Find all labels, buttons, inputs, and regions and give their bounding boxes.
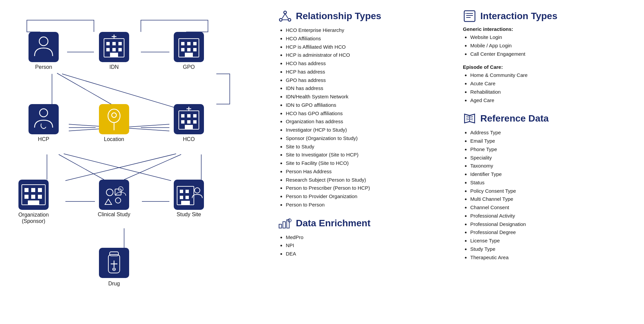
list-item: Person Has Address <box>286 168 449 176</box>
relationship-types-list: HCO Enterprise Hierarchy HCO Affiliation… <box>278 26 449 209</box>
list-item: Rehabilitation <box>470 88 634 96</box>
svg-rect-18 <box>29 32 59 62</box>
list-item: IDN to GPO affiliations <box>286 101 449 109</box>
svg-rect-35 <box>193 42 197 45</box>
list-item: HCO has address <box>286 59 449 68</box>
svg-line-8 <box>62 74 174 107</box>
relationship-types-title: Relationship Types <box>278 9 449 23</box>
svg-rect-38 <box>193 48 197 51</box>
data-enrichment-heading: Data Enrichment <box>296 218 371 229</box>
svg-rect-25 <box>112 42 116 45</box>
list-item: Speciality <box>470 154 634 162</box>
list-item: HCP is Affiliated With HCO <box>286 43 449 51</box>
reference-data-list: Address Type Email Type Phone Type Speci… <box>463 129 634 262</box>
content-section: Relationship Types HCO Enterprise Hierar… <box>262 0 644 324</box>
list-item: Professional Designation <box>470 220 634 229</box>
reference-data-heading: Reference Data <box>480 113 549 124</box>
svg-rect-55 <box>185 125 193 129</box>
svg-rect-59 <box>31 188 35 192</box>
list-item: HCP has address <box>286 68 449 76</box>
svg-rect-58 <box>24 188 29 192</box>
reference-data-section: Reference Data Address Type Email Type P… <box>463 112 634 262</box>
data-enrichment-title: Data Enrichment <box>278 217 449 230</box>
svg-rect-30 <box>110 53 118 57</box>
list-item: Sponsor (Organization to Study) <box>286 134 449 143</box>
list-item: Organization has address <box>286 118 449 126</box>
list-item: Aged Care <box>470 96 634 105</box>
svg-rect-28 <box>112 48 116 51</box>
svg-line-109 <box>470 118 473 118</box>
svg-rect-31 <box>174 32 204 62</box>
svg-rect-51 <box>193 114 197 118</box>
svg-rect-26 <box>118 42 122 45</box>
svg-rect-34 <box>187 42 191 45</box>
svg-point-87 <box>288 18 291 21</box>
hco-label: HCO <box>183 136 195 142</box>
list-item: Site to Study <box>286 143 449 151</box>
list-item: Person to Provider Organization <box>286 192 449 201</box>
svg-line-11 <box>64 154 171 181</box>
drug-label: Drug <box>108 281 120 286</box>
svg-rect-52 <box>181 120 184 124</box>
list-item: HCP is administrator of HCO <box>286 51 449 59</box>
reference-data-icon <box>463 112 476 125</box>
list-item: Call Center Engagement <box>470 50 634 58</box>
svg-rect-27 <box>106 48 110 51</box>
svg-rect-60 <box>38 188 42 192</box>
svg-rect-33 <box>181 42 184 45</box>
svg-rect-65 <box>99 180 129 210</box>
svg-rect-91 <box>279 224 282 228</box>
interaction-types-icon <box>463 9 476 23</box>
svg-rect-75 <box>185 196 189 199</box>
list-item: Website Login <box>470 33 634 42</box>
svg-rect-72 <box>180 190 183 193</box>
list-item: NPI <box>286 241 449 250</box>
list-item: Home & Community Care <box>470 71 634 80</box>
svg-rect-62 <box>31 195 35 199</box>
svg-rect-50 <box>187 114 191 118</box>
interaction-types-title: Interaction Types <box>463 9 634 23</box>
data-enrichment-section: Data Enrichment MedPro NPI DEA <box>278 217 449 258</box>
hcp-label: HCP <box>38 136 49 142</box>
list-item: IDN/Health System Network <box>286 93 449 101</box>
data-enrichment-list: MedPro NPI DEA <box>278 233 449 258</box>
svg-rect-63 <box>38 195 42 199</box>
svg-line-89 <box>285 14 288 18</box>
list-item: Therapeutic Area <box>470 253 634 262</box>
reference-data-title: Reference Data <box>463 112 634 125</box>
list-item: Address Type <box>470 129 634 137</box>
org-label: Organization <box>18 212 49 218</box>
svg-point-86 <box>279 18 282 21</box>
list-item: Research Subject (Person to Study) <box>286 176 449 184</box>
svg-rect-54 <box>193 120 197 124</box>
list-item: Multi Channel Type <box>470 195 634 203</box>
svg-rect-37 <box>187 48 191 51</box>
svg-rect-39 <box>185 53 193 57</box>
svg-rect-73 <box>185 190 189 193</box>
relationship-types-heading: Relationship Types <box>296 11 381 21</box>
location-label: Location <box>104 136 124 142</box>
list-item: DEA <box>286 250 449 258</box>
person-label: Person <box>35 64 52 70</box>
idn-label: IDN <box>109 64 119 70</box>
data-enrichment-icon <box>278 217 292 230</box>
list-item: IDN has address <box>286 84 449 93</box>
interaction-types-heading: Interaction Types <box>480 11 557 21</box>
svg-line-106 <box>466 118 469 118</box>
relationship-icon <box>278 9 292 23</box>
list-item: Study Type <box>470 245 634 253</box>
svg-rect-36 <box>181 48 184 51</box>
list-item: Policy Consent Type <box>470 187 634 195</box>
list-item: Mobile / App Login <box>470 42 634 50</box>
svg-rect-92 <box>283 222 285 228</box>
list-item: Site to Facility (Site to HCO) <box>286 159 449 168</box>
list-item: Identifier Type <box>470 170 634 179</box>
generic-interactions-list: Website Login Mobile / App Login Call Ce… <box>463 33 634 58</box>
list-item: Professional Activity <box>470 212 634 220</box>
list-item: License Type <box>470 237 634 245</box>
list-item: HCO Enterprise Hierarchy <box>286 26 449 35</box>
left-column: Relationship Types HCO Enterprise Hierar… <box>278 9 449 317</box>
svg-rect-29 <box>118 48 122 51</box>
list-item: MedPro <box>286 233 449 242</box>
relationship-types-section: Relationship Types HCO Enterprise Hierar… <box>278 9 449 209</box>
